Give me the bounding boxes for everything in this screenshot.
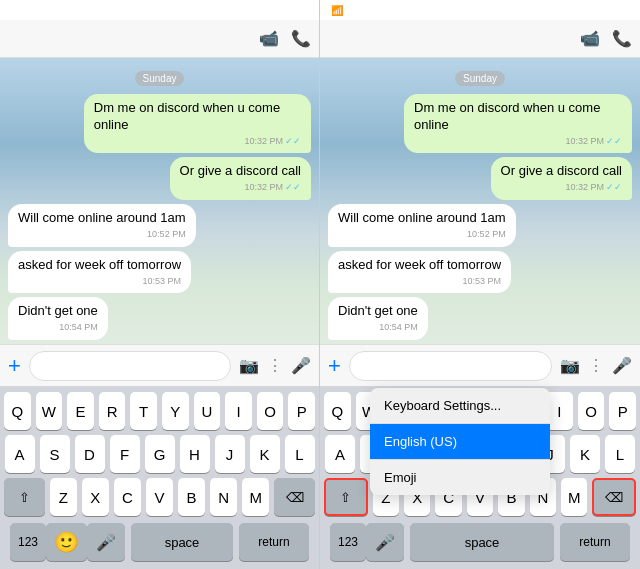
right-key-delete[interactable]: ⌫	[592, 478, 636, 516]
right-key-o[interactable]: O	[578, 392, 605, 430]
message-timestamp: 10:53 PM	[143, 276, 182, 288]
key-m[interactable]: M	[242, 478, 269, 516]
right-messages-container: SundayDm me on discord when u come onlin…	[320, 58, 640, 344]
left-chat-area: SundayDm me on discord when u come onlin…	[0, 58, 319, 344]
message-text: Will come online around 1am	[338, 210, 506, 225]
message-time-row: 10:54 PM	[338, 322, 418, 334]
key-h[interactable]: H	[180, 435, 210, 473]
received-message: Didn't get one10:54 PM	[328, 297, 428, 340]
left-camera-icon[interactable]: 📷	[239, 356, 259, 375]
message-time-row: 10:32 PM✓✓	[501, 182, 622, 194]
right-header-icons: 📹 📞	[580, 29, 632, 48]
sent-message: Or give a discord call10:32 PM✓✓	[170, 157, 311, 200]
key-e[interactable]: E	[67, 392, 94, 430]
received-message: asked for week off tomorrow10:53 PM	[8, 251, 191, 294]
right-key-p[interactable]: P	[609, 392, 636, 430]
key-z[interactable]: Z	[50, 478, 77, 516]
message-timestamp: 10:32 PM	[244, 136, 283, 148]
right-keyboard-wrapper: Keyboard Settings... English (US) Emoji …	[320, 386, 640, 569]
message-time-row: 10:53 PM	[18, 276, 181, 288]
left-message-input[interactable]	[29, 351, 231, 381]
key-space-left[interactable]: space	[131, 523, 233, 561]
right-key-123[interactable]: 123	[330, 523, 366, 561]
right-attach-button[interactable]: +	[328, 353, 341, 379]
key-shift[interactable]: ⇧	[4, 478, 45, 516]
key-d[interactable]: D	[75, 435, 105, 473]
message-time-row: 10:54 PM	[18, 322, 98, 334]
key-mic-left[interactable]: 🎤	[87, 523, 125, 561]
message-timestamp: 10:32 PM	[244, 182, 283, 194]
key-w[interactable]: W	[36, 392, 63, 430]
key-j[interactable]: J	[215, 435, 245, 473]
message-timestamp: 10:54 PM	[59, 322, 98, 334]
sent-message: Or give a discord call10:32 PM✓✓	[491, 157, 632, 200]
right-mic-icon[interactable]: 🎤	[612, 356, 632, 375]
received-message: Will come online around 1am10:52 PM	[8, 204, 196, 247]
right-key-m[interactable]: M	[561, 478, 587, 516]
message-text: Will come online around 1am	[18, 210, 186, 225]
key-k[interactable]: K	[250, 435, 280, 473]
right-key-mic[interactable]: 🎤	[366, 523, 404, 561]
left-mic-icon[interactable]: 🎤	[291, 356, 311, 375]
message-time-row: 10:32 PM✓✓	[94, 136, 301, 148]
message-timestamp: 10:32 PM	[565, 182, 604, 194]
key-u[interactable]: U	[194, 392, 221, 430]
key-emoji-left[interactable]: 🙂	[46, 523, 87, 561]
message-timestamp: 10:32 PM	[565, 136, 604, 148]
right-status-bar: 📶	[320, 0, 640, 20]
key-i[interactable]: I	[225, 392, 252, 430]
key-f[interactable]: F	[110, 435, 140, 473]
day-label: Sunday	[328, 68, 632, 86]
right-message-input[interactable]	[349, 351, 552, 381]
right-key-k[interactable]: K	[570, 435, 600, 473]
key-delete[interactable]: ⌫	[274, 478, 315, 516]
key-v[interactable]: V	[146, 478, 173, 516]
key-s[interactable]: S	[40, 435, 70, 473]
right-key-a[interactable]: A	[325, 435, 355, 473]
menu-item-keyboard-settings[interactable]: Keyboard Settings...	[370, 388, 550, 424]
left-status-bar	[0, 0, 319, 20]
message-time-row: 10:53 PM	[338, 276, 501, 288]
key-g[interactable]: G	[145, 435, 175, 473]
key-x[interactable]: X	[82, 478, 109, 516]
menu-item-english[interactable]: English (US)	[370, 424, 550, 460]
left-header-icons: 📹 📞	[259, 29, 311, 48]
message-text: Dm me on discord when u come online	[94, 100, 280, 132]
right-chat-header: 📹 📞	[320, 20, 640, 58]
right-dots-icon[interactable]: ⋮	[588, 356, 604, 375]
left-phone-icon[interactable]: 📞	[291, 29, 311, 48]
right-key-space[interactable]: space	[410, 523, 554, 561]
menu-item-emoji[interactable]: Emoji	[370, 460, 550, 495]
key-b[interactable]: B	[178, 478, 205, 516]
left-keyboard: Q W E R T Y U I O P A S D F G H J K L ⇧ …	[0, 386, 319, 569]
right-key-l[interactable]: L	[605, 435, 635, 473]
key-y[interactable]: Y	[162, 392, 189, 430]
message-text: asked for week off tomorrow	[18, 257, 181, 272]
message-text: asked for week off tomorrow	[338, 257, 501, 272]
right-key-shift[interactable]: ⇧	[324, 478, 368, 516]
key-return-left[interactable]: return	[239, 523, 309, 561]
left-toolbar: + 📷 ⋮ 🎤	[0, 344, 319, 386]
key-o[interactable]: O	[257, 392, 284, 430]
left-video-icon[interactable]: 📹	[259, 29, 279, 48]
key-t[interactable]: T	[130, 392, 157, 430]
key-n[interactable]: N	[210, 478, 237, 516]
right-key-q[interactable]: Q	[324, 392, 351, 430]
left-attach-button[interactable]: +	[8, 353, 21, 379]
key-a[interactable]: A	[5, 435, 35, 473]
left-keyboard-row-3: ⇧ Z X C V B N M ⌫	[4, 478, 315, 516]
message-timestamp: 10:53 PM	[463, 276, 502, 288]
right-panel: 📶 📹 📞 SundayDm me on discord when u come…	[320, 0, 640, 569]
right-camera-icon[interactable]: 📷	[560, 356, 580, 375]
key-q[interactable]: Q	[4, 392, 31, 430]
right-phone-icon[interactable]: 📞	[612, 29, 632, 48]
received-message: Will come online around 1am10:52 PM	[328, 204, 516, 247]
left-dots-icon[interactable]: ⋮	[267, 356, 283, 375]
right-key-return[interactable]: return	[560, 523, 630, 561]
key-l[interactable]: L	[285, 435, 315, 473]
key-p[interactable]: P	[288, 392, 315, 430]
right-video-icon[interactable]: 📹	[580, 29, 600, 48]
key-r[interactable]: R	[99, 392, 126, 430]
key-c[interactable]: C	[114, 478, 141, 516]
key-123-left[interactable]: 123	[10, 523, 46, 561]
